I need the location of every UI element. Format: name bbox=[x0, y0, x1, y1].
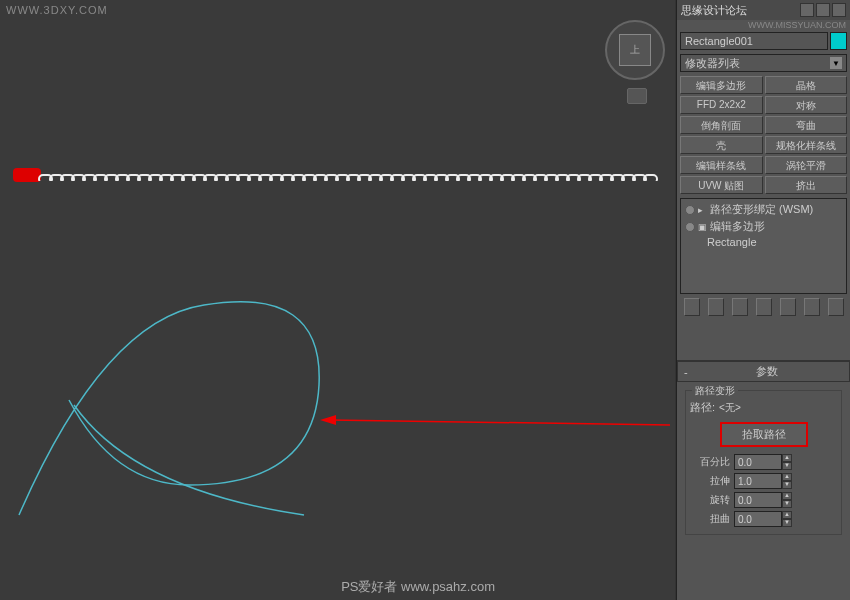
spinner-up-icon[interactable]: ▲ bbox=[782, 511, 792, 519]
mod-lattice-button[interactable]: 晶格 bbox=[765, 76, 848, 94]
params-rollup-header[interactable]: - 参数 bbox=[677, 361, 850, 382]
rotate-label: 旋转 bbox=[690, 493, 730, 507]
command-panel: 思缘设计论坛 WWW.MISSYUAN.COM 修改器列表 ▼ 编辑多边形 晶格… bbox=[676, 0, 850, 600]
mod-normalize-button[interactable]: 规格化样条线 bbox=[765, 136, 848, 154]
configure-sets-icon[interactable] bbox=[780, 298, 796, 316]
spinner-up-icon[interactable]: ▲ bbox=[782, 454, 792, 462]
tab-hierarchy-icon[interactable] bbox=[832, 3, 846, 17]
mod-chamfer-button[interactable]: 倒角剖面 bbox=[680, 116, 763, 134]
spinner-down-icon[interactable]: ▼ bbox=[782, 481, 792, 489]
stretch-input[interactable] bbox=[734, 473, 782, 489]
mod-symmetry-button[interactable]: 对称 bbox=[765, 96, 848, 114]
chain-object[interactable] bbox=[13, 168, 668, 182]
chevron-down-icon: ▼ bbox=[830, 57, 842, 69]
stack-item-pathdeform[interactable]: ▸ 路径变形绑定 (WSM) bbox=[683, 201, 844, 218]
spinner-down-icon[interactable]: ▼ bbox=[782, 500, 792, 508]
mod-extrude-button[interactable]: 挤出 bbox=[765, 176, 848, 194]
bulb-icon[interactable] bbox=[685, 222, 695, 232]
rotate-input[interactable] bbox=[734, 492, 782, 508]
mod-bend-button[interactable]: 弯曲 bbox=[765, 116, 848, 134]
stack-tool-icon[interactable] bbox=[804, 298, 820, 316]
viewcube-face[interactable]: 上 bbox=[619, 34, 651, 66]
group-path-deform-label: 路径变形 bbox=[692, 384, 738, 398]
modifier-list-dropdown[interactable]: 修改器列表 ▼ bbox=[680, 54, 847, 72]
percent-input[interactable] bbox=[734, 454, 782, 470]
svg-line-0 bbox=[330, 420, 670, 425]
tab-create-icon[interactable] bbox=[800, 3, 814, 17]
pin-stack-icon[interactable] bbox=[684, 298, 700, 316]
tab-modify-icon[interactable] bbox=[816, 3, 830, 17]
path-value: <无> bbox=[719, 401, 741, 415]
stack-item-rectangle[interactable]: Rectangle bbox=[683, 235, 844, 249]
chain-links bbox=[38, 169, 668, 181]
stack-toolbar bbox=[677, 296, 850, 320]
mod-edit-spline-button[interactable]: 编辑样条线 bbox=[680, 156, 763, 174]
modifier-stack[interactable]: ▸ 路径变形绑定 (WSM) ▣ 编辑多边形 Rectangle bbox=[680, 198, 847, 294]
view-cube[interactable]: 上 bbox=[605, 20, 665, 80]
spinner-up-icon[interactable]: ▲ bbox=[782, 473, 792, 481]
stack-item-editpoly[interactable]: ▣ 编辑多边形 bbox=[683, 218, 844, 235]
twist-label: 扭曲 bbox=[690, 512, 730, 526]
make-unique-icon[interactable] bbox=[732, 298, 748, 316]
stack-tool2-icon[interactable] bbox=[828, 298, 844, 316]
path-label: 路径: bbox=[690, 400, 715, 415]
stretch-label: 拉伸 bbox=[690, 474, 730, 488]
chain-gizmo bbox=[13, 168, 41, 182]
panel-tabs: 思缘设计论坛 bbox=[677, 0, 850, 20]
mod-uvw-button[interactable]: UVW 贴图 bbox=[680, 176, 763, 194]
mod-shell-button[interactable]: 壳 bbox=[680, 136, 763, 154]
percent-label: 百分比 bbox=[690, 455, 730, 469]
spinner-down-icon[interactable]: ▼ bbox=[782, 519, 792, 527]
bulb-icon[interactable] bbox=[685, 205, 695, 215]
show-end-result-icon[interactable] bbox=[708, 298, 724, 316]
spinner-up-icon[interactable]: ▲ bbox=[782, 492, 792, 500]
mod-turbosmooth-button[interactable]: 涡轮平滑 bbox=[765, 156, 848, 174]
mod-ffd-button[interactable]: FFD 2x2x2 bbox=[680, 96, 763, 114]
object-color-swatch[interactable] bbox=[830, 32, 847, 50]
viewport[interactable]: WWW.3DXY.COM 上 PS爱好者 www.psahz.com bbox=[0, 0, 675, 600]
pick-path-button[interactable]: 拾取路径 bbox=[720, 422, 808, 447]
remove-modifier-icon[interactable] bbox=[756, 298, 772, 316]
watermark-topright: WWW.MISSYUAN.COM bbox=[677, 20, 850, 30]
spinner-down-icon[interactable]: ▼ bbox=[782, 462, 792, 470]
twist-input[interactable] bbox=[734, 511, 782, 527]
watermark-topleft: WWW.3DXY.COM bbox=[6, 4, 108, 16]
forum-title: 思缘设计论坛 bbox=[681, 3, 800, 18]
object-name-input[interactable] bbox=[680, 32, 828, 50]
mod-edit-poly-button[interactable]: 编辑多边形 bbox=[680, 76, 763, 94]
annotation-arrow bbox=[320, 410, 670, 430]
watermark-bottomright: PS爱好者 www.psahz.com bbox=[341, 578, 495, 596]
svg-marker-1 bbox=[320, 415, 336, 425]
spline-path[interactable] bbox=[14, 240, 384, 520]
viewcube-home-button[interactable] bbox=[627, 88, 647, 104]
